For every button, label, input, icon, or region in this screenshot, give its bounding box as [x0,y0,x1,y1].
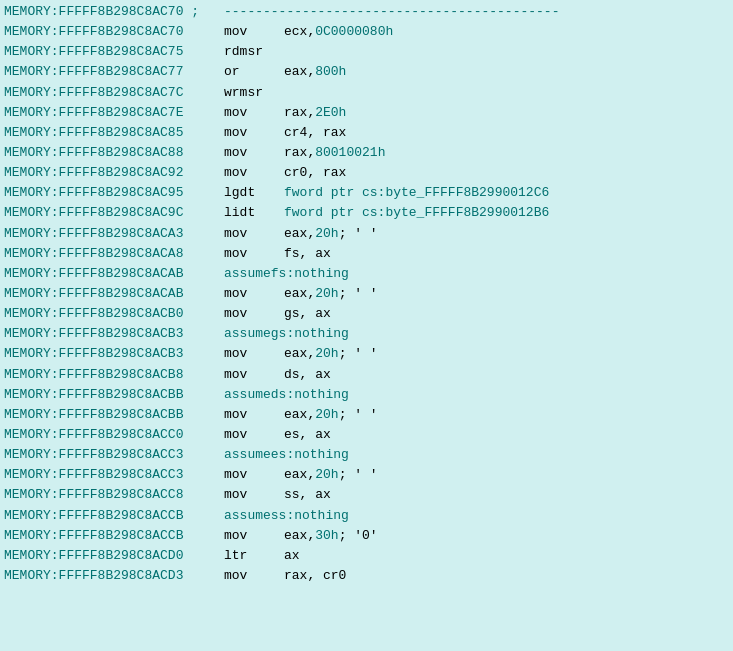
address: MEMORY:FFFFF8B298C8AC70 [4,22,224,42]
mnemonic: lgdt [224,183,284,203]
operand: fword ptr cs:byte_FFFFF8B2990012C6 [284,183,549,203]
operand: eax, [284,405,315,425]
mnemonic: mov [224,143,284,163]
operand: rax, cr0 [284,566,346,586]
mnemonic: rdmsr [224,42,284,62]
address: MEMORY:FFFFF8B298C8ACC3 [4,465,224,485]
operand: rax, [284,143,315,163]
address: MEMORY:FFFFF8B298C8AC92 [4,163,224,183]
address: MEMORY:FFFFF8B298C8AC70 ; [4,2,224,22]
address: MEMORY:FFFFF8B298C8AC7C [4,83,224,103]
operand: eax, [284,465,315,485]
operand: 30h [315,526,338,546]
mnemonic: assume [224,445,271,465]
mnemonic: wrmsr [224,83,284,103]
mnemonic: mov [224,244,284,264]
code-view: MEMORY:FFFFF8B298C8AC70 ; --------------… [0,0,733,651]
code-line: MEMORY:FFFFF8B298C8AC7C wrmsr [4,83,729,103]
code-line: MEMORY:FFFFF8B298C8AC75 rdmsr [4,42,729,62]
code-line: MEMORY:FFFFF8B298C8AC7E mov rax, 2E0h [4,103,729,123]
address: MEMORY:FFFFF8B298C8ACB3 [4,324,224,344]
operand: ; ' ' [339,405,378,425]
code-line: MEMORY:FFFFF8B298C8AC70 mov ecx, 0C00000… [4,22,729,42]
address: MEMORY:FFFFF8B298C8ACCB [4,506,224,526]
mnemonic: mov [224,304,284,324]
comment-separator: ----------------------------------------… [224,2,559,22]
operand: 20h [315,284,338,304]
address: MEMORY:FFFFF8B298C8ACA3 [4,224,224,244]
operand: cr4, rax [284,123,346,143]
address: MEMORY:FFFFF8B298C8ACBB [4,405,224,425]
address: MEMORY:FFFFF8B298C8AC88 [4,143,224,163]
mnemonic: mov [224,163,284,183]
operand: eax, [284,526,315,546]
address: MEMORY:FFFFF8B298C8ACB3 [4,344,224,364]
operand: gs:nothing [271,324,349,344]
operand: 800h [315,62,346,82]
address: MEMORY:FFFFF8B298C8ACC3 [4,445,224,465]
address: MEMORY:FFFFF8B298C8ACD0 [4,546,224,566]
mnemonic: assume [224,385,271,405]
operand: gs, ax [284,304,331,324]
operand: 80010021h [315,143,385,163]
operand: ; ' ' [339,224,378,244]
operand: rax, [284,103,315,123]
operand: fs:nothing [271,264,349,284]
mnemonic: mov [224,405,284,425]
code-line: MEMORY:FFFFF8B298C8ACBB mov eax, 20h ; '… [4,405,729,425]
code-line: MEMORY:FFFFF8B298C8ACB3 assume gs:nothin… [4,324,729,344]
mnemonic: ltr [224,546,284,566]
code-line: MEMORY:FFFFF8B298C8AC92 mov cr0, rax [4,163,729,183]
code-line: MEMORY:FFFFF8B298C8ACC3 assume es:nothin… [4,445,729,465]
operand: ds, ax [284,365,331,385]
code-line: MEMORY:FFFFF8B298C8AC95 lgdt fword ptr c… [4,183,729,203]
operand: eax, [284,284,315,304]
mnemonic: mov [224,123,284,143]
code-line: MEMORY:FFFFF8B298C8ACC8 mov ss, ax [4,485,729,505]
operand: es:nothing [271,445,349,465]
operand: 20h [315,405,338,425]
mnemonic: mov [224,465,284,485]
operand: fs, ax [284,244,331,264]
mnemonic: assume [224,264,271,284]
operand: fword ptr cs:byte_FFFFF8B2990012B6 [284,203,549,223]
operand: ax [284,546,300,566]
operand: ds:nothing [271,385,349,405]
operand: cr0, rax [284,163,346,183]
operand: ; ' ' [339,284,378,304]
code-line: MEMORY:FFFFF8B298C8ACB3 mov eax, 20h ; '… [4,344,729,364]
operand: ; ' ' [339,344,378,364]
mnemonic: lidt [224,203,284,223]
mnemonic: mov [224,425,284,445]
code-line: MEMORY:FFFFF8B298C8ACB8 mov ds, ax [4,365,729,385]
operand: ; ' ' [339,465,378,485]
address: MEMORY:FFFFF8B298C8ACAB [4,264,224,284]
operand: ; '0' [339,526,378,546]
address: MEMORY:FFFFF8B298C8ACC0 [4,425,224,445]
operand: ss:nothing [271,506,349,526]
code-line: MEMORY:FFFFF8B298C8ACA8 mov fs, ax [4,244,729,264]
mnemonic: mov [224,526,284,546]
address: MEMORY:FFFFF8B298C8AC85 [4,123,224,143]
address: MEMORY:FFFFF8B298C8ACA8 [4,244,224,264]
operand: eax, [284,224,315,244]
operand: 20h [315,344,338,364]
operand: 20h [315,224,338,244]
mnemonic: mov [224,284,284,304]
code-line: MEMORY:FFFFF8B298C8ACAB assume fs:nothin… [4,264,729,284]
code-line: MEMORY:FFFFF8B298C8AC70 ; --------------… [4,2,729,22]
address: MEMORY:FFFFF8B298C8AC7E [4,103,224,123]
mnemonic: or [224,62,284,82]
code-line: MEMORY:FFFFF8B298C8ACB0 mov gs, ax [4,304,729,324]
address: MEMORY:FFFFF8B298C8ACAB [4,284,224,304]
address: MEMORY:FFFFF8B298C8ACD3 [4,566,224,586]
code-line: MEMORY:FFFFF8B298C8ACCB mov eax, 30h ; '… [4,526,729,546]
operand: ecx, [284,22,315,42]
address: MEMORY:FFFFF8B298C8AC95 [4,183,224,203]
code-line: MEMORY:FFFFF8B298C8ACC0 mov es, ax [4,425,729,445]
address: MEMORY:FFFFF8B298C8ACC8 [4,485,224,505]
address: MEMORY:FFFFF8B298C8AC77 [4,62,224,82]
operand: eax, [284,344,315,364]
code-line: MEMORY:FFFFF8B298C8AC88 mov rax, 8001002… [4,143,729,163]
address: MEMORY:FFFFF8B298C8AC75 [4,42,224,62]
